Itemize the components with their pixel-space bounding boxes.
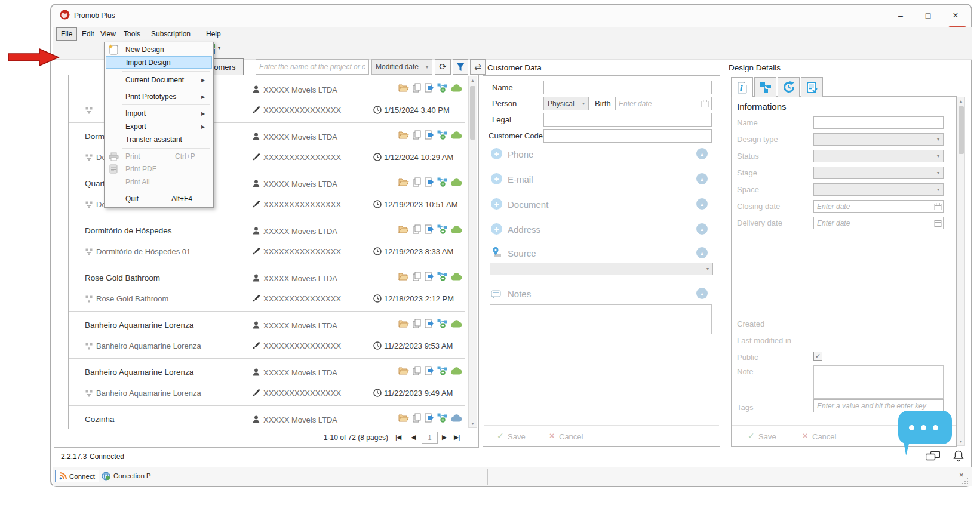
tab-history[interactable]	[778, 77, 800, 97]
calendar-icon[interactable]	[934, 202, 942, 210]
copy-icon[interactable]	[413, 224, 421, 234]
customer-name-field[interactable]	[543, 81, 712, 94]
copy-icon[interactable]	[413, 272, 421, 281]
collapse-address-icon[interactable]: ▴	[696, 223, 708, 235]
cloud-icon[interactable]	[451, 226, 462, 233]
menu-item-print[interactable]: Print	[125, 152, 140, 161]
email-section-label[interactable]: E-mail	[508, 174, 533, 184]
cloud-icon[interactable]	[451, 273, 462, 281]
cancel-button[interactable]: Cancel	[559, 432, 583, 441]
open-folder-icon[interactable]	[398, 414, 409, 423]
list-scrollbar[interactable]: ▲ ▼	[468, 76, 477, 428]
public-checkbox[interactable]: ✓	[813, 352, 822, 361]
export-icon[interactable]	[425, 177, 434, 187]
notes-section-label[interactable]: Notes	[508, 289, 531, 299]
delivery-date-field[interactable]	[813, 217, 944, 229]
share-icon[interactable]	[437, 224, 447, 234]
displays-icon[interactable]	[926, 451, 940, 461]
list-item[interactable]: Banheiro Aquamarine Lorenza XXXXX Moveis…	[69, 311, 465, 359]
connect-button[interactable]: Connect	[55, 470, 99, 482]
cloud-icon[interactable]	[451, 367, 462, 375]
copy-icon[interactable]	[413, 83, 421, 93]
palette-caret-icon[interactable]: ▾	[218, 45, 220, 51]
stage-select[interactable]: ▾	[813, 167, 944, 179]
page-number-input[interactable]: 1	[422, 432, 438, 444]
copy-icon[interactable]	[413, 130, 421, 140]
menu-view[interactable]: View	[96, 28, 120, 40]
source-select[interactable]: ▾	[490, 263, 713, 275]
closing-date-field[interactable]	[813, 200, 944, 213]
refresh-icon[interactable]: ⟳	[435, 59, 451, 75]
collapse-email-icon[interactable]: ▴	[696, 173, 708, 184]
last-page-icon[interactable]: ▶|	[454, 433, 459, 441]
person-select[interactable]: Physical▾	[543, 97, 589, 110]
calendar-icon[interactable]	[701, 100, 709, 107]
menu-help[interactable]: Help	[202, 28, 225, 40]
scrollbar-thumb[interactable]	[470, 86, 475, 140]
design-name-field[interactable]	[813, 116, 944, 129]
resize-grip[interactable]	[961, 478, 969, 485]
add-address-icon[interactable]: +	[491, 223, 502, 235]
connection-name[interactable]: Conection P	[113, 472, 151, 479]
add-email-icon[interactable]: +	[491, 173, 502, 184]
tab-informations[interactable]	[731, 77, 753, 97]
share-icon[interactable]	[437, 366, 447, 375]
share-icon[interactable]	[437, 413, 447, 423]
cancel-button[interactable]: Cancel	[812, 432, 836, 441]
export-icon[interactable]	[425, 224, 434, 234]
details-scrollbar[interactable]: ▲ ▼	[957, 97, 965, 446]
legal-field[interactable]	[543, 113, 712, 127]
share-icon[interactable]	[437, 272, 447, 281]
scroll-down-icon[interactable]: ▼	[469, 421, 477, 426]
scrollbar-thumb[interactable]	[959, 106, 964, 154]
menu-tools[interactable]: Tools	[119, 28, 145, 40]
open-folder-icon[interactable]	[398, 225, 409, 234]
cloud-icon[interactable]	[451, 320, 462, 328]
design-type-select[interactable]: ▾	[813, 133, 944, 146]
maximize-icon[interactable]: □	[916, 7, 940, 23]
share-icon[interactable]	[437, 83, 447, 93]
add-document-icon[interactable]: +	[491, 198, 502, 210]
menu-edit[interactable]: Edit	[78, 28, 99, 40]
export-icon[interactable]	[425, 272, 434, 281]
bell-icon[interactable]	[953, 450, 964, 462]
calendar-icon[interactable]	[934, 219, 942, 227]
export-icon[interactable]	[425, 319, 434, 328]
menu-item-transfer-assistant[interactable]: Transfer assistant	[125, 136, 182, 144]
save-button[interactable]: Save	[508, 432, 526, 441]
list-item[interactable]: Banheiro Aquamarine Lorenza XXXXX Moveis…	[69, 358, 465, 406]
cloud-icon[interactable]	[451, 131, 462, 139]
sort-select[interactable]: Modified date▾	[371, 59, 432, 75]
copy-icon[interactable]	[413, 319, 421, 328]
collapse-source-icon[interactable]: ▴	[696, 247, 708, 258]
copy-icon[interactable]	[413, 366, 421, 375]
copy-icon[interactable]	[413, 177, 421, 187]
save-button[interactable]: Save	[758, 432, 776, 441]
open-folder-icon[interactable]	[398, 178, 409, 187]
menu-item-quit[interactable]: Quit	[125, 195, 139, 203]
menu-item-new-design[interactable]: New Design	[125, 45, 164, 54]
cloud-icon[interactable]	[451, 414, 462, 422]
menu-item-import[interactable]: Import	[125, 109, 146, 118]
status-select[interactable]: ▾	[813, 150, 944, 162]
next-page-icon[interactable]: ▶	[442, 433, 446, 441]
add-phone-icon[interactable]: +	[491, 148, 502, 159]
export-icon[interactable]	[425, 413, 434, 423]
menu-item-current-document[interactable]: Current Document	[125, 76, 184, 84]
open-folder-icon[interactable]	[398, 272, 409, 281]
collapse-document-icon[interactable]: ▴	[696, 198, 708, 210]
collapse-notes-icon[interactable]: ▴	[696, 288, 708, 299]
cloud-icon[interactable]	[451, 84, 462, 92]
space-select[interactable]: ▾	[813, 183, 944, 196]
open-folder-icon[interactable]	[398, 367, 409, 375]
menu-item-export[interactable]: Export	[125, 122, 146, 131]
tab-structure[interactable]	[754, 77, 776, 97]
chat-bubble[interactable]	[898, 411, 952, 444]
first-page-icon[interactable]: |◀	[395, 433, 401, 441]
open-folder-icon[interactable]	[398, 84, 409, 93]
address-section-label[interactable]: Address	[508, 224, 540, 235]
list-item[interactable]: Rose Gold Bathroom XXXXX Moveis LTDA Ros…	[69, 264, 465, 312]
search-input[interactable]	[256, 59, 369, 75]
source-section-label[interactable]: Source	[508, 248, 536, 258]
phone-section-label[interactable]: Phone	[508, 149, 533, 159]
